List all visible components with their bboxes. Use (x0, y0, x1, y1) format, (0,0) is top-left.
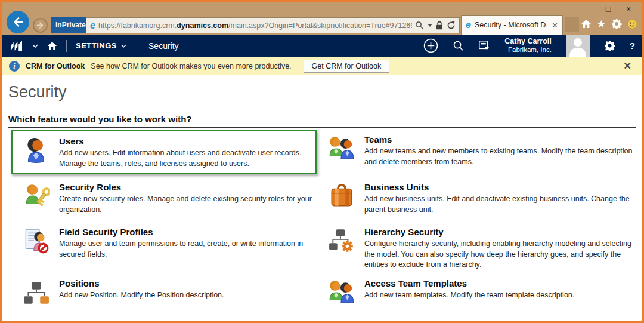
notification-bar: i CRM for Outlook See how CRM for Outloo… (2, 57, 642, 75)
hierarchy-security-icon (328, 227, 357, 270)
help-button[interactable]: ? (630, 41, 635, 51)
lock-icon (436, 21, 443, 30)
field-security-icon (23, 227, 51, 270)
feature-description: Configure hierarchy security, including … (364, 239, 633, 270)
feedback-smiley-icon[interactable] (627, 19, 637, 29)
feature-description: Add new users. Edit information about us… (59, 148, 311, 169)
search-icon[interactable] (415, 21, 424, 30)
tab-favicon-icon: e (466, 20, 471, 30)
feature-users[interactable]: Users Add new users. Edit information ab… (11, 130, 317, 174)
feature-title: Security Roles (59, 182, 318, 192)
notification-message: See how CRM for Outlook makes you even m… (91, 62, 291, 70)
search-dropdown-icon[interactable] (428, 24, 432, 27)
settings-menu[interactable]: SETTINGS (76, 41, 126, 50)
feature-description: Add new team templates. Modify the team … (364, 290, 574, 301)
forward-arrow-icon (36, 21, 45, 30)
crm-settings-gear-icon[interactable] (604, 40, 615, 51)
feature-title: Field Security Profiles (59, 227, 318, 237)
close-icon[interactable]: × (618, 3, 639, 15)
crm-home-icon[interactable] (47, 41, 57, 51)
notification-close-icon[interactable]: ✕ (620, 60, 635, 72)
page-title: Security (8, 83, 642, 101)
feature-description: Create new security roles. Manage and de… (59, 194, 318, 215)
maximize-icon[interactable]: □ (598, 3, 618, 15)
user-name: Cathy Carroll (504, 37, 552, 46)
back-button[interactable] (7, 11, 29, 33)
feature-grid: Users Add new users. Edit information ab… (8, 129, 636, 318)
security-page: Security Which feature would you like to… (2, 75, 642, 321)
user-org: Fabrikam, Inc. (504, 46, 552, 54)
home-icon[interactable] (581, 19, 592, 29)
window-controls: – □ × (578, 3, 639, 15)
feature-business-units[interactable]: Business Units Add new business units. E… (322, 177, 636, 222)
favorites-star-icon[interactable]: ★ (597, 19, 606, 29)
nav-divider (66, 40, 67, 52)
url-text: https://fabrikamorg.crm.dynamics.com/mai… (98, 21, 412, 30)
notification-title: CRM for Outlook (26, 62, 85, 70)
feature-title: Access Team Templates (364, 278, 574, 288)
tab-title: Security - Microsoft D... (475, 21, 548, 29)
browser-tab[interactable]: e Security - Microsoft D... ✕ (461, 15, 563, 35)
dynamics-logo-icon[interactable] (9, 40, 23, 51)
tab-close-icon[interactable]: ✕ (552, 21, 558, 30)
feature-teams[interactable]: Teams Add new teams and new members to e… (322, 129, 636, 177)
security-role-icon (23, 182, 51, 219)
feature-positions[interactable]: Positions Add new Position. Modify the P… (8, 273, 322, 318)
browser-chrome: – □ × InPrivate e https://fabrikamorg.cr… (2, 2, 642, 35)
crm-navbar: SETTINGS Security Cathy Carroll Fabrikam… (2, 35, 642, 57)
feature-access-team-templates[interactable]: Access Team Templates Add new team templ… (322, 273, 636, 318)
feature-field-security-profiles[interactable]: Field Security Profiles Manage user and … (8, 222, 322, 273)
feature-hierarchy-security[interactable]: Hierarchy Security Configure hierarchy s… (322, 222, 636, 273)
inprivate-badge: InPrivate (51, 17, 91, 33)
breadcrumb[interactable]: Security (148, 41, 179, 51)
get-crm-outlook-button[interactable]: Get CRM for Outlook (304, 60, 390, 73)
access-team-icon (328, 278, 357, 315)
user-menu[interactable]: Cathy Carroll Fabrikam, Inc. (504, 37, 552, 54)
user-icon (23, 136, 51, 170)
ie-logo-icon: e (90, 21, 95, 30)
forward-button[interactable] (33, 18, 48, 33)
nav-chevron-down-icon[interactable] (32, 44, 38, 48)
avatar[interactable] (566, 35, 590, 57)
business-unit-icon (328, 182, 357, 219)
browser-settings-gear-icon[interactable] (611, 19, 622, 29)
feature-title: Business Units (364, 182, 633, 192)
recently-viewed-icon[interactable] (478, 41, 490, 51)
feature-title: Positions (59, 278, 224, 288)
feature-description: Add new teams and new members to existin… (364, 146, 633, 167)
feature-title: Hierarchy Security (364, 227, 633, 237)
settings-menu-label: SETTINGS (76, 41, 117, 50)
refresh-icon[interactable] (447, 21, 456, 30)
quick-create-plus-icon[interactable] (423, 38, 438, 53)
settings-chevron-down-icon (121, 44, 126, 48)
section-question: Which feature would you like to work wit… (8, 114, 636, 128)
new-tab-button[interactable] (565, 17, 579, 32)
feature-description: Add new business units. Edit and deactiv… (364, 194, 633, 215)
back-arrow-icon (11, 16, 24, 29)
team-icon (328, 134, 357, 174)
positions-icon (23, 278, 51, 315)
feature-security-roles[interactable]: Security Roles Create new security roles… (8, 177, 322, 222)
feature-title: Teams (364, 134, 633, 144)
feature-description: Manage user and team permissions to read… (59, 239, 318, 260)
address-bar[interactable]: e https://fabrikamorg.crm.dynamics.com/m… (86, 17, 460, 33)
crm-search-icon[interactable] (453, 40, 464, 51)
info-icon: i (9, 61, 20, 72)
feature-title: Users (59, 136, 311, 146)
minimize-icon[interactable]: – (578, 3, 598, 15)
feature-description: Add new Position. Modify the Position de… (59, 290, 224, 301)
